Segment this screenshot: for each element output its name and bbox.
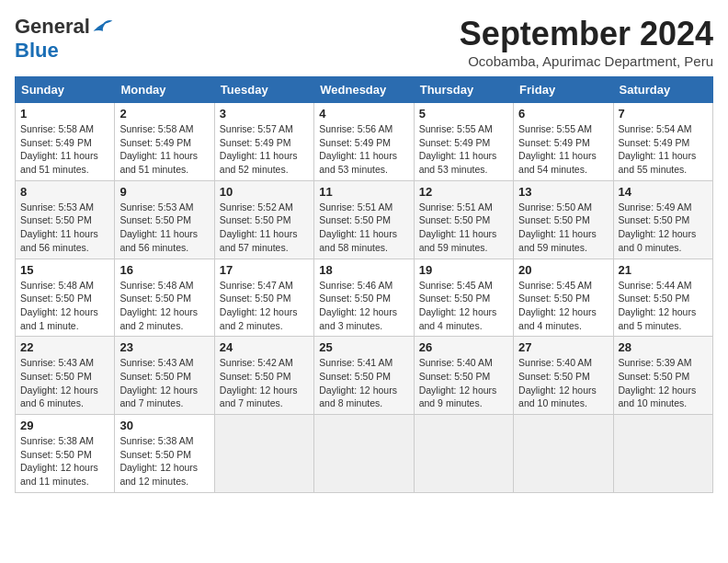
day-number: 4 <box>319 107 408 121</box>
day-number: 22 <box>20 340 109 354</box>
day-info: Sunrise: 5:55 AMSunset: 5:49 PMDaylight:… <box>518 122 608 177</box>
day-number: 27 <box>518 340 608 354</box>
day-of-week-header: Saturday <box>613 77 712 103</box>
day-info: Sunrise: 5:39 AMSunset: 5:50 PMDaylight:… <box>619 356 708 410</box>
day-info: Sunrise: 5:45 AMSunset: 5:50 PMDaylight:… <box>419 279 508 333</box>
calendar-cell: 9Sunrise: 5:53 AMSunset: 5:50 PMDaylight… <box>115 180 214 259</box>
day-number: 23 <box>119 340 209 354</box>
calendar-cell: 6Sunrise: 5:55 AMSunset: 5:49 PMDaylight… <box>514 103 613 181</box>
calendar-table: SundayMondayTuesdayWednesdayThursdayFrid… <box>15 76 713 493</box>
calendar-cell <box>414 415 513 493</box>
day-number: 30 <box>119 419 209 432</box>
day-of-week-header: Tuesday <box>214 77 313 103</box>
day-number: 16 <box>119 263 209 277</box>
day-info: Sunrise: 5:44 AMSunset: 5:50 PMDaylight:… <box>619 279 708 333</box>
day-info: Sunrise: 5:50 AMSunset: 5:50 PMDaylight:… <box>518 201 608 255</box>
day-of-week-header: Sunday <box>16 77 115 103</box>
month-title: September 2024 <box>460 15 713 53</box>
day-info: Sunrise: 5:38 AMSunset: 5:50 PMDaylight:… <box>20 434 109 488</box>
calendar-cell: 24Sunrise: 5:42 AMSunset: 5:50 PMDayligh… <box>214 337 313 415</box>
day-number: 26 <box>419 340 508 354</box>
calendar-cell: 21Sunrise: 5:44 AMSunset: 5:50 PMDayligh… <box>613 259 712 337</box>
day-number: 5 <box>419 107 508 121</box>
day-info: Sunrise: 5:49 AMSunset: 5:50 PMDaylight:… <box>619 201 708 255</box>
logo-bird-icon <box>92 17 114 36</box>
day-of-week-header: Wednesday <box>314 77 414 103</box>
calendar-cell <box>613 415 712 493</box>
calendar-cell: 14Sunrise: 5:49 AMSunset: 5:50 PMDayligh… <box>613 180 712 259</box>
logo-blue-text: Blue <box>15 39 59 63</box>
day-info: Sunrise: 5:53 AMSunset: 5:50 PMDaylight:… <box>20 201 109 255</box>
day-info: Sunrise: 5:52 AMSunset: 5:50 PMDaylight:… <box>220 201 309 255</box>
calendar-cell: 19Sunrise: 5:45 AMSunset: 5:50 PMDayligh… <box>414 259 513 337</box>
day-number: 14 <box>619 185 708 199</box>
day-number: 7 <box>619 107 708 121</box>
day-info: Sunrise: 5:40 AMSunset: 5:50 PMDaylight:… <box>518 356 608 410</box>
day-of-week-header: Thursday <box>414 77 513 103</box>
day-info: Sunrise: 5:38 AMSunset: 5:50 PMDaylight:… <box>119 434 209 488</box>
calendar-cell: 3Sunrise: 5:57 AMSunset: 5:49 PMDaylight… <box>214 103 313 181</box>
calendar-cell: 23Sunrise: 5:43 AMSunset: 5:50 PMDayligh… <box>115 337 214 415</box>
calendar-week-row: 22Sunrise: 5:43 AMSunset: 5:50 PMDayligh… <box>16 337 713 415</box>
day-info: Sunrise: 5:54 AMSunset: 5:49 PMDaylight:… <box>619 122 708 177</box>
calendar-cell: 28Sunrise: 5:39 AMSunset: 5:50 PMDayligh… <box>613 337 712 415</box>
day-number: 25 <box>319 340 408 354</box>
calendar-cell: 30Sunrise: 5:38 AMSunset: 5:50 PMDayligh… <box>115 415 214 493</box>
calendar-week-row: 15Sunrise: 5:48 AMSunset: 5:50 PMDayligh… <box>16 259 713 337</box>
calendar-cell: 20Sunrise: 5:45 AMSunset: 5:50 PMDayligh… <box>514 259 613 337</box>
calendar-header-row: SundayMondayTuesdayWednesdayThursdayFrid… <box>16 77 713 103</box>
title-section: September 2024 Ocobamba, Apurimac Depart… <box>460 15 713 69</box>
calendar-cell: 27Sunrise: 5:40 AMSunset: 5:50 PMDayligh… <box>514 337 613 415</box>
logo-general-text: General <box>15 15 90 39</box>
day-info: Sunrise: 5:40 AMSunset: 5:50 PMDaylight:… <box>419 356 508 410</box>
day-info: Sunrise: 5:51 AMSunset: 5:50 PMDaylight:… <box>319 201 408 255</box>
day-number: 18 <box>319 263 408 277</box>
day-info: Sunrise: 5:53 AMSunset: 5:50 PMDaylight:… <box>119 201 209 255</box>
day-info: Sunrise: 5:56 AMSunset: 5:49 PMDaylight:… <box>319 122 408 177</box>
day-number: 21 <box>619 263 708 277</box>
day-of-week-header: Monday <box>115 77 214 103</box>
day-number: 19 <box>419 263 508 277</box>
day-number: 2 <box>119 107 209 121</box>
day-info: Sunrise: 5:47 AMSunset: 5:50 PMDaylight:… <box>220 279 309 333</box>
day-number: 15 <box>20 263 109 277</box>
calendar-cell: 15Sunrise: 5:48 AMSunset: 5:50 PMDayligh… <box>16 259 115 337</box>
calendar-week-row: 8Sunrise: 5:53 AMSunset: 5:50 PMDaylight… <box>16 180 713 259</box>
calendar-cell: 1Sunrise: 5:58 AMSunset: 5:49 PMDaylight… <box>16 103 115 181</box>
calendar-cell: 13Sunrise: 5:50 AMSunset: 5:50 PMDayligh… <box>514 180 613 259</box>
day-number: 10 <box>220 185 309 199</box>
logo: General Blue <box>15 15 114 63</box>
day-number: 6 <box>518 107 608 121</box>
day-number: 24 <box>220 340 309 354</box>
day-number: 11 <box>319 185 408 199</box>
calendar-cell <box>214 415 313 493</box>
calendar-cell: 25Sunrise: 5:41 AMSunset: 5:50 PMDayligh… <box>314 337 414 415</box>
day-info: Sunrise: 5:41 AMSunset: 5:50 PMDaylight:… <box>319 356 408 410</box>
day-number: 20 <box>518 263 608 277</box>
calendar-cell: 2Sunrise: 5:58 AMSunset: 5:49 PMDaylight… <box>115 103 214 181</box>
calendar-cell: 26Sunrise: 5:40 AMSunset: 5:50 PMDayligh… <box>414 337 513 415</box>
calendar-week-row: 29Sunrise: 5:38 AMSunset: 5:50 PMDayligh… <box>16 415 713 493</box>
calendar-cell: 5Sunrise: 5:55 AMSunset: 5:49 PMDaylight… <box>414 103 513 181</box>
calendar-cell: 7Sunrise: 5:54 AMSunset: 5:49 PMDaylight… <box>613 103 712 181</box>
day-info: Sunrise: 5:48 AMSunset: 5:50 PMDaylight:… <box>20 279 109 333</box>
calendar-cell <box>314 415 414 493</box>
day-info: Sunrise: 5:43 AMSunset: 5:50 PMDaylight:… <box>20 356 109 410</box>
day-of-week-header: Friday <box>514 77 613 103</box>
calendar-cell: 10Sunrise: 5:52 AMSunset: 5:50 PMDayligh… <box>214 180 313 259</box>
day-info: Sunrise: 5:58 AMSunset: 5:49 PMDaylight:… <box>20 122 109 177</box>
day-info: Sunrise: 5:51 AMSunset: 5:50 PMDaylight:… <box>419 201 508 255</box>
day-info: Sunrise: 5:45 AMSunset: 5:50 PMDaylight:… <box>518 279 608 333</box>
day-number: 29 <box>20 419 109 432</box>
calendar-cell: 11Sunrise: 5:51 AMSunset: 5:50 PMDayligh… <box>314 180 414 259</box>
location-subtitle: Ocobamba, Apurimac Department, Peru <box>460 53 713 69</box>
calendar-cell: 18Sunrise: 5:46 AMSunset: 5:50 PMDayligh… <box>314 259 414 337</box>
day-number: 9 <box>119 185 209 199</box>
day-info: Sunrise: 5:43 AMSunset: 5:50 PMDaylight:… <box>119 356 209 410</box>
calendar-cell: 12Sunrise: 5:51 AMSunset: 5:50 PMDayligh… <box>414 180 513 259</box>
day-info: Sunrise: 5:58 AMSunset: 5:49 PMDaylight:… <box>119 122 209 177</box>
day-number: 13 <box>518 185 608 199</box>
day-info: Sunrise: 5:48 AMSunset: 5:50 PMDaylight:… <box>119 279 209 333</box>
calendar-week-row: 1Sunrise: 5:58 AMSunset: 5:49 PMDaylight… <box>16 103 713 181</box>
calendar-cell: 29Sunrise: 5:38 AMSunset: 5:50 PMDayligh… <box>16 415 115 493</box>
